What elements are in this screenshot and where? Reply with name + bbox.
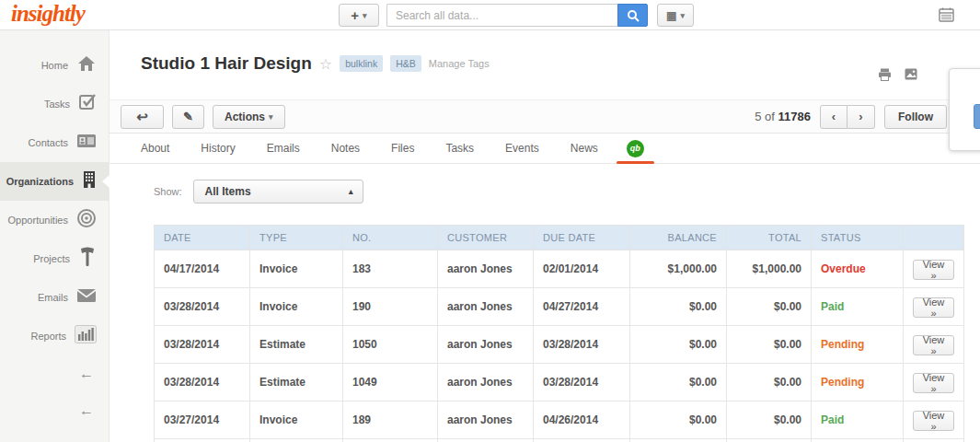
popup-button[interactable] [974,104,980,129]
manage-tags-link[interactable]: Manage Tags [429,58,490,69]
building-icon [82,170,97,192]
transactions-table: DATE TYPE NO. CUSTOMER DUE DATE BALANCE … [154,225,964,442]
view-button[interactable]: View » [913,260,954,280]
record-tabs: About History Emails Notes Files Tasks E… [110,134,980,164]
table-row: 03/28/2014Estimate1049aaron Jones03/28/2… [155,364,964,401]
calendar-button[interactable] [936,5,956,25]
tag-chip[interactable]: bulklink [340,55,383,72]
table-row: 03/28/2014Invoice190aaron Jones04/27/201… [155,288,964,326]
status-badge: Pending [821,338,864,351]
record-pager-text: 5 of 11786 [755,110,811,123]
chevron-right-icon: › [859,110,862,123]
view-button[interactable]: View » [913,297,954,318]
table-row: 04/17/2014Invoice183aaron Jones02/01/201… [155,250,964,288]
envelope-icon [76,288,97,307]
quickbooks-icon: qb [627,140,644,157]
print-icon[interactable] [878,68,892,81]
sidebar-item-organizations[interactable]: Organizations [0,162,109,201]
tab-news[interactable]: News [555,134,614,163]
status-badge: Paid [821,413,844,426]
sidebar-item-label: Contacts [29,137,68,148]
tab-emails[interactable]: Emails [251,134,316,163]
view-button[interactable]: View » [913,373,954,393]
search-input[interactable] [386,4,617,27]
col-header-date: DATE [155,226,250,250]
add-new-button[interactable]: +▾ [339,4,379,27]
search-button[interactable] [617,4,648,27]
filter-row: Show: All Items ▴ [154,180,980,204]
sidebar-item-contacts[interactable]: Contacts [0,123,109,162]
next-record-button[interactable]: › [847,105,875,129]
follow-button[interactable]: Follow [884,105,947,129]
tab-about[interactable]: About [125,134,185,163]
active-tab-underline [617,161,654,164]
col-header-status: STATUS [812,226,904,250]
col-header-type: TYPE [250,226,343,250]
show-label: Show: [154,186,182,197]
page-title: Studio 1 Hair Design [141,53,312,74]
top-bar: insightly +▾ ▦▾ [0,0,980,30]
insightly-logo[interactable]: insightly [11,1,85,27]
back-button[interactable]: ↩ [121,105,164,129]
tab-history[interactable]: History [185,134,250,163]
col-header-actions [904,226,964,250]
task-check-icon [78,93,97,115]
sidebar-item-label: Reports [30,331,66,342]
edit-button[interactable]: ✎ [172,105,204,129]
show-filter-dropdown[interactable]: All Items ▴ [193,180,363,204]
image-export-icon[interactable] [905,68,917,81]
view-switcher-button[interactable]: ▦▾ [657,4,694,27]
pencil-icon: ✎ [183,110,193,123]
record-toolbar: ↩ ✎ Actions▾ 5 of 11786 ‹ › Follow [110,99,980,134]
left-arrow-icon: ← [79,366,94,382]
tab-notes[interactable]: Notes [316,134,375,163]
col-header-no: NO. [343,226,438,250]
sidebar-item-label: Home [41,60,68,71]
caret-up-icon: ▴ [349,187,353,196]
tab-tasks[interactable]: Tasks [430,134,490,163]
col-header-total: TOTAL [727,226,812,250]
left-arrow-icon: ← [79,402,94,419]
view-button[interactable]: View » [913,411,954,431]
sidebar-collapse-arrow[interactable]: ← [0,355,109,392]
favorite-star-icon[interactable]: ☆ [319,55,332,73]
sidebar-item-tasks[interactable]: Tasks [0,85,109,123]
sidebar-item-opportunities[interactable]: Opportunities [0,201,109,239]
search-icon [627,9,640,22]
sidebar-collapse-arrow-2[interactable]: ← [0,392,109,429]
back-arrow-icon: ↩ [136,109,148,125]
main-content: Studio 1 Hair Design ☆ bulklink H&B Mana… [110,29,980,442]
sidebar-item-reports[interactable]: Reports [0,317,109,355]
hammer-icon [78,247,97,271]
tab-events[interactable]: Events [490,134,555,163]
home-icon [76,54,97,76]
view-button[interactable]: View » [913,335,954,355]
sidebar-item-home[interactable]: Home [0,46,109,85]
previous-record-button[interactable]: ‹ [820,105,847,129]
actions-dropdown-button[interactable]: Actions▾ [213,105,285,129]
sidebar-item-projects[interactable]: Projects [0,239,109,278]
col-header-due-date: DUE DATE [534,226,630,250]
sidebar-item-label: Tasks [44,99,70,110]
table-row: 03/28/2014Estimate1050aaron Jones03/28/2… [155,326,964,364]
sidebar-item-label: Emails [38,292,68,303]
col-header-balance: BALANCE [630,226,727,250]
tab-quickbooks[interactable]: qb [614,134,657,163]
table-row: 03/26/2014Invoice188aaron Jones04/25/201… [155,439,964,442]
status-badge: Paid [821,300,844,313]
tag-chip[interactable]: H&B [390,55,421,72]
table-header-row: DATE TYPE NO. CUSTOMER DUE DATE BALANCE … [155,226,964,250]
tab-files[interactable]: Files [375,134,430,163]
sidebar-item-emails[interactable]: Emails [0,278,109,317]
plus-icon: + [351,7,359,23]
grid-view-icon: ▦ [666,9,676,22]
calendar-icon [939,7,954,22]
actions-label: Actions [225,110,265,123]
caret-down-icon: ▾ [680,11,685,20]
sidebar-item-label: Organizations [6,176,74,187]
sidebar-item-label: Projects [33,253,70,264]
chevron-left-icon: ‹ [832,110,836,123]
bullseye-icon [76,208,97,232]
caret-down-icon: ▾ [363,11,367,20]
col-header-customer: CUSTOMER [438,226,534,250]
